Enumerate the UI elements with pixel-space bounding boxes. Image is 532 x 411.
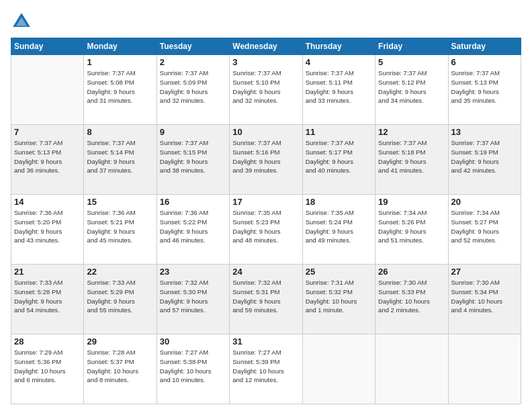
daylight-text-cont: and 49 minutes. (306, 236, 351, 244)
daylight-text-cont: and 33 minutes. (306, 97, 351, 104)
daylight-text: Daylight: 9 hours (87, 298, 134, 305)
daylight-text: Daylight: 9 hours (451, 228, 499, 235)
weekday-header-row: SundayMondayTuesdayWednesdayThursdayFrid… (11, 38, 521, 55)
daylight-text-cont: and 32 minutes. (232, 97, 278, 104)
sunset-text: Sunset: 5:19 PM (451, 148, 498, 156)
logo-icon (11, 11, 32, 32)
daylight-text-cont: and 31 minutes. (87, 97, 132, 104)
day-number: 6 (451, 57, 518, 67)
calendar-day-cell: 21Sunrise: 7:33 AMSunset: 5:28 PMDayligh… (11, 265, 84, 334)
day-number: 8 (87, 127, 153, 137)
daylight-text: Daylight: 9 hours (306, 88, 353, 95)
daylight-text-cont: and 34 minutes. (378, 97, 424, 104)
calendar-week-row: 1Sunrise: 7:37 AMSunset: 5:08 PMDaylight… (11, 55, 521, 125)
calendar-day-cell: 19Sunrise: 7:34 AMSunset: 5:26 PMDayligh… (375, 195, 448, 265)
sunset-text: Sunset: 5:08 PM (87, 79, 134, 86)
calendar-day-cell: 1Sunrise: 7:37 AMSunset: 5:08 PMDaylight… (84, 55, 157, 125)
day-number: 10 (232, 127, 299, 137)
header (11, 11, 521, 32)
weekday-header-friday: Friday (375, 38, 448, 55)
calendar-week-row: 21Sunrise: 7:33 AMSunset: 5:28 PMDayligh… (11, 265, 521, 334)
daylight-text-cont: and 55 minutes. (87, 306, 132, 314)
sunset-text: Sunset: 5:12 PM (378, 79, 425, 86)
sunrise-text: Sunrise: 7:37 AM (378, 139, 427, 146)
day-number: 3 (232, 57, 299, 67)
day-info: Sunrise: 7:32 AMSunset: 5:31 PMDaylight:… (232, 278, 299, 315)
sunrise-text: Sunrise: 7:37 AM (451, 69, 500, 77)
daylight-text: Daylight: 10 hours (87, 367, 138, 375)
calendar-day-cell: 4Sunrise: 7:37 AMSunset: 5:11 PMDaylight… (302, 55, 375, 125)
day-number: 4 (306, 57, 372, 67)
day-info: Sunrise: 7:36 AMSunset: 5:21 PMDaylight:… (87, 208, 153, 245)
day-number: 14 (14, 197, 81, 207)
day-info: Sunrise: 7:30 AMSunset: 5:34 PMDaylight:… (451, 278, 518, 315)
day-number: 12 (378, 127, 445, 137)
weekday-header-wednesday: Wednesday (230, 38, 302, 55)
calendar-week-row: 14Sunrise: 7:36 AMSunset: 5:20 PMDayligh… (11, 195, 521, 265)
sunset-text: Sunset: 5:28 PM (14, 288, 61, 295)
sunset-text: Sunset: 5:13 PM (14, 148, 61, 156)
sunrise-text: Sunrise: 7:37 AM (160, 139, 208, 146)
calendar-day-cell: 22Sunrise: 7:33 AMSunset: 5:29 PMDayligh… (84, 265, 157, 334)
day-info: Sunrise: 7:37 AMSunset: 5:12 PMDaylight:… (378, 68, 445, 105)
daylight-text-cont: and 42 minutes. (451, 167, 497, 174)
daylight-text: Daylight: 9 hours (87, 228, 134, 235)
day-number: 28 (14, 336, 81, 347)
daylight-text: Daylight: 9 hours (14, 158, 62, 165)
calendar-day-cell: 18Sunrise: 7:35 AMSunset: 5:24 PMDayligh… (302, 195, 375, 265)
sunrise-text: Sunrise: 7:37 AM (232, 69, 281, 77)
calendar-day-cell: 27Sunrise: 7:30 AMSunset: 5:34 PMDayligh… (448, 265, 521, 334)
daylight-text-cont: and 1 minute. (306, 306, 345, 314)
sunset-text: Sunset: 5:38 PM (160, 358, 207, 365)
sunrise-text: Sunrise: 7:35 AM (232, 209, 281, 216)
daylight-text: Daylight: 9 hours (160, 228, 208, 235)
day-info: Sunrise: 7:37 AMSunset: 5:13 PMDaylight:… (451, 68, 518, 105)
daylight-text: Daylight: 9 hours (160, 88, 208, 95)
sunrise-text: Sunrise: 7:37 AM (306, 139, 354, 146)
day-number: 13 (451, 127, 518, 137)
sunset-text: Sunset: 5:39 PM (232, 358, 279, 365)
day-info: Sunrise: 7:29 AMSunset: 5:36 PMDaylight:… (14, 348, 81, 385)
daylight-text-cont: and 52 minutes. (451, 236, 497, 244)
day-number: 15 (87, 197, 153, 207)
calendar-day-cell: 14Sunrise: 7:36 AMSunset: 5:20 PMDayligh… (11, 195, 84, 265)
day-number: 27 (451, 267, 518, 277)
sunset-text: Sunset: 5:11 PM (306, 79, 353, 86)
day-info: Sunrise: 7:28 AMSunset: 5:37 PMDaylight:… (87, 348, 153, 385)
daylight-text-cont: and 10 minutes. (160, 376, 206, 383)
calendar-day-cell: 24Sunrise: 7:32 AMSunset: 5:31 PMDayligh… (230, 265, 302, 334)
daylight-text: Daylight: 10 hours (160, 367, 212, 375)
calendar-day-cell: 8Sunrise: 7:37 AMSunset: 5:14 PMDaylight… (84, 125, 157, 195)
day-number: 11 (306, 127, 372, 137)
daylight-text-cont: and 39 minutes. (232, 167, 278, 174)
sunset-text: Sunset: 5:33 PM (378, 288, 425, 295)
daylight-text: Daylight: 9 hours (160, 298, 208, 305)
daylight-text-cont: and 32 minutes. (160, 97, 206, 104)
sunset-text: Sunset: 5:20 PM (14, 218, 61, 226)
daylight-text: Daylight: 9 hours (378, 158, 426, 165)
daylight-text-cont: and 12 minutes. (232, 376, 278, 383)
calendar-day-cell: 2Sunrise: 7:37 AMSunset: 5:09 PMDaylight… (157, 55, 229, 125)
logo (11, 11, 35, 32)
sunrise-text: Sunrise: 7:27 AM (160, 349, 208, 356)
daylight-text-cont: and 35 minutes. (451, 97, 497, 104)
daylight-text-cont: and 4 minutes. (451, 306, 493, 314)
daylight-text: Daylight: 9 hours (87, 158, 134, 165)
day-number: 17 (232, 197, 299, 207)
day-number: 23 (160, 267, 226, 277)
sunset-text: Sunset: 5:22 PM (160, 218, 207, 226)
calendar-day-cell: 20Sunrise: 7:34 AMSunset: 5:27 PMDayligh… (448, 195, 521, 265)
calendar-table: SundayMondayTuesdayWednesdayThursdayFrid… (11, 38, 521, 404)
sunrise-text: Sunrise: 7:29 AM (14, 349, 62, 356)
daylight-text-cont: and 2 minutes. (378, 306, 420, 314)
page: SundayMondayTuesdayWednesdayThursdayFrid… (0, 0, 532, 411)
calendar-day-cell: 28Sunrise: 7:29 AMSunset: 5:36 PMDayligh… (11, 334, 84, 404)
daylight-text: Daylight: 9 hours (14, 298, 62, 305)
calendar-day-cell: 12Sunrise: 7:37 AMSunset: 5:18 PMDayligh… (375, 125, 448, 195)
day-number: 19 (378, 197, 445, 207)
day-info: Sunrise: 7:37 AMSunset: 5:14 PMDaylight:… (87, 138, 153, 175)
sunrise-text: Sunrise: 7:33 AM (14, 279, 62, 286)
day-info: Sunrise: 7:31 AMSunset: 5:32 PMDaylight:… (306, 278, 372, 315)
sunset-text: Sunset: 5:10 PM (232, 79, 279, 86)
weekday-header-tuesday: Tuesday (157, 38, 229, 55)
